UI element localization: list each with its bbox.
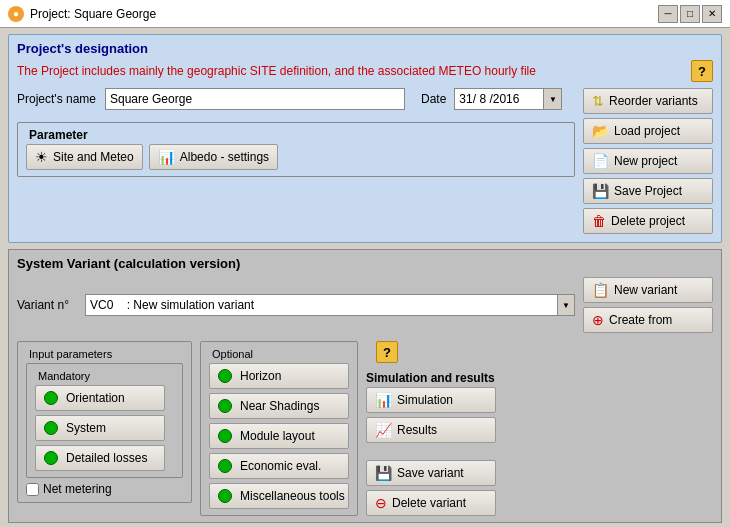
parameter-group-label: Parameter [26, 128, 91, 142]
date-input[interactable] [454, 88, 544, 110]
variant-dropdown-arrow[interactable]: ▼ [557, 294, 575, 316]
orientation-dot [44, 391, 58, 405]
variant-action-buttons: 📋 New variant ⊕ Create from [583, 277, 713, 333]
detailed-losses-dot [44, 451, 58, 465]
save-variant-icon: 💾 [375, 465, 392, 481]
optional-section: Optional Horizon Near Shadings Module [200, 341, 358, 516]
variant-combo-wrap: ▼ [85, 294, 575, 316]
load-project-button[interactable]: 📂 Load project [583, 118, 713, 144]
simulation-icon: 📊 [375, 392, 392, 408]
minimize-button[interactable]: ─ [658, 5, 678, 23]
load-icon: 📂 [592, 123, 609, 139]
restore-button[interactable]: □ [680, 5, 700, 23]
system-section: System Variant (calculation version) Var… [8, 249, 722, 523]
results-button[interactable]: 📈 Results [366, 417, 496, 443]
date-label: Date [421, 92, 446, 106]
delete-variant-icon: ⊖ [375, 495, 387, 511]
parameter-group: Parameter ☀ Site and Meteo 📊 Albedo - se… [17, 122, 575, 177]
right-panel: ? Simulation and results 📊 Simulation 📈 … [366, 341, 713, 516]
project-main-row: Project's name Date ▼ Parameter ☀ Site a… [17, 88, 713, 234]
net-metering-row: Net metering [26, 482, 183, 496]
new-variant-icon: 📋 [592, 282, 609, 298]
mandatory-label: Mandatory [35, 370, 93, 382]
save-project-button[interactable]: 💾 Save Project [583, 178, 713, 204]
project-section: Project's designation The Project includ… [8, 34, 722, 243]
create-from-button[interactable]: ⊕ Create from [583, 307, 713, 333]
optional-buttons: Horizon Near Shadings Module layout [209, 363, 349, 509]
system-button[interactable]: System [35, 415, 165, 441]
delete-project-button[interactable]: 🗑 Delete project [583, 208, 713, 234]
variant-input[interactable] [85, 294, 557, 316]
results-icon: 📈 [375, 422, 392, 438]
help-button[interactable]: ? [691, 60, 713, 82]
net-metering-checkbox[interactable] [26, 483, 39, 496]
delete-project-icon: 🗑 [592, 213, 606, 229]
project-name-row: Project's name Date ▼ [17, 88, 575, 110]
site-meteo-button[interactable]: ☀ Site and Meteo [26, 144, 143, 170]
project-name-input[interactable] [105, 88, 405, 110]
project-right: ⇅ Reorder variants 📂 Load project 📄 New … [583, 88, 713, 234]
project-section-title: Project's designation [17, 41, 713, 56]
reorder-icon: ⇅ [592, 93, 604, 109]
site-meteo-icon: ☀ [35, 149, 48, 165]
info-text: The Project includes mainly the geograph… [17, 64, 691, 78]
date-dropdown-arrow[interactable]: ▼ [544, 88, 562, 110]
misc-tools-dot [218, 489, 232, 503]
close-button[interactable]: ✕ [702, 5, 722, 23]
system-section-title: System Variant (calculation version) [17, 256, 713, 271]
near-shadings-dot [218, 399, 232, 413]
input-params-label: Input parameters [26, 348, 115, 360]
near-shadings-button[interactable]: Near Shadings [209, 393, 349, 419]
variant-row: Variant n° ▼ 📋 New variant ⊕ Create from [17, 277, 713, 333]
param-buttons: ☀ Site and Meteo 📊 Albedo - settings [26, 144, 566, 170]
info-row: The Project includes mainly the geograph… [17, 60, 713, 82]
input-params-section: Input parameters Mandatory Orientation S… [17, 341, 192, 503]
sim-results-panel: Simulation and results 📊 Simulation 📈 Re… [366, 371, 713, 443]
title-bar-controls: ─ □ ✕ [658, 5, 722, 23]
simulation-button[interactable]: 📊 Simulation [366, 387, 496, 413]
sim-help-button[interactable]: ? [376, 341, 398, 363]
module-layout-button[interactable]: Module layout [209, 423, 349, 449]
variant-bottom-buttons: 💾 Save variant ⊖ Delete variant [366, 460, 713, 516]
help-area: ? [366, 341, 713, 363]
delete-variant-button[interactable]: ⊖ Delete variant [366, 490, 496, 516]
misc-tools-button[interactable]: Miscellaneous tools [209, 483, 349, 509]
save-project-icon: 💾 [592, 183, 609, 199]
reorder-variants-button[interactable]: ⇅ Reorder variants [583, 88, 713, 114]
albedo-button[interactable]: 📊 Albedo - settings [149, 144, 278, 170]
module-layout-dot [218, 429, 232, 443]
variant-label: Variant n° [17, 298, 77, 312]
project-name-label: Project's name [17, 92, 97, 106]
new-variant-button[interactable]: 📋 New variant [583, 277, 713, 303]
sim-results-group: 📊 Simulation 📈 Results [366, 387, 713, 443]
albedo-icon: 📊 [158, 149, 175, 165]
create-from-icon: ⊕ [592, 312, 604, 328]
new-project-button[interactable]: 📄 New project [583, 148, 713, 174]
sim-results-label: Simulation and results [366, 371, 713, 385]
horizon-dot [218, 369, 232, 383]
mandatory-buttons: Orientation System Detailed losses [35, 385, 174, 471]
net-metering-label: Net metering [43, 482, 112, 496]
title-bar-text: Project: Square George [30, 7, 658, 21]
title-bar: ● Project: Square George ─ □ ✕ [0, 0, 730, 28]
orientation-button[interactable]: Orientation [35, 385, 165, 411]
new-project-icon: 📄 [592, 153, 609, 169]
detailed-losses-button[interactable]: Detailed losses [35, 445, 165, 471]
project-left: Project's name Date ▼ Parameter ☀ Site a… [17, 88, 575, 234]
economic-eval-button[interactable]: Economic eval. [209, 453, 349, 479]
system-body: Input parameters Mandatory Orientation S… [17, 341, 713, 516]
mandatory-section: Mandatory Orientation System [26, 363, 183, 478]
optional-label: Optional [209, 348, 256, 360]
economic-eval-dot [218, 459, 232, 473]
system-dot [44, 421, 58, 435]
app-icon: ● [8, 6, 24, 22]
variant-save-delete: 💾 Save variant ⊖ Delete variant [366, 460, 713, 516]
input-params: Input parameters Mandatory Orientation S… [17, 341, 192, 516]
horizon-button[interactable]: Horizon [209, 363, 349, 389]
main-content: Project's designation The Project includ… [0, 28, 730, 527]
save-variant-button[interactable]: 💾 Save variant [366, 460, 496, 486]
date-combo: ▼ [454, 88, 562, 110]
optional-area: Optional Horizon Near Shadings Module [200, 341, 358, 516]
